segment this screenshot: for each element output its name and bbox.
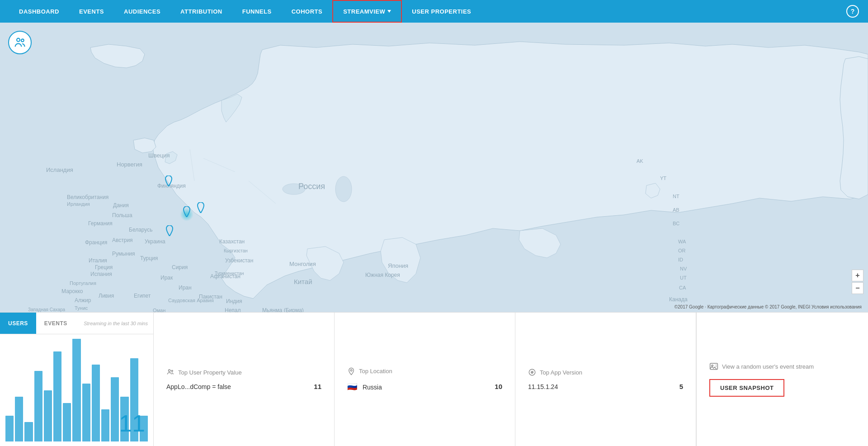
chart-bar — [63, 403, 71, 441]
svg-text:WA: WA — [678, 239, 686, 244]
users-group-icon — [14, 36, 26, 49]
top-user-property-panel: Top User Property Value AppLo...dComp = … — [154, 313, 335, 446]
tab-users[interactable]: USERS — [0, 313, 36, 334]
svg-text:OR: OR — [678, 248, 686, 253]
user-snapshot-button[interactable]: USER SNAPSHOT — [709, 379, 784, 397]
left-panel: USERS EVENTS Streaming in the last 30 mi… — [0, 313, 154, 446]
map-pin-estonia — [197, 202, 205, 216]
users-avatar-button[interactable] — [8, 31, 32, 54]
nav-attribution[interactable]: ATTRIBUTION — [170, 0, 232, 23]
svg-text:Узбекистан: Узбекистан — [225, 257, 253, 264]
chart-bar — [5, 416, 14, 441]
map-zoom-out[interactable]: − — [852, 282, 863, 294]
nav-streamview[interactable]: STREAMVIEW — [332, 0, 402, 23]
streaming-label: Streaming in the last 30 mins — [75, 321, 153, 326]
svg-text:Греция: Греция — [95, 264, 113, 270]
svg-point-63 — [17, 38, 20, 42]
svg-text:Иран: Иран — [179, 285, 192, 291]
chart-bar — [44, 390, 52, 442]
svg-text:Сирия: Сирия — [172, 264, 188, 270]
svg-text:Кыргизстан: Кыргизстан — [224, 248, 248, 253]
app-version-icon — [528, 368, 536, 376]
svg-text:Украина: Украина — [145, 238, 165, 245]
svg-point-67 — [350, 369, 352, 371]
map-controls: + − — [852, 270, 863, 294]
svg-point-1 — [335, 176, 352, 202]
svg-text:Франция: Франция — [85, 239, 107, 246]
nav-user-properties[interactable]: USER PROPERTIES — [402, 0, 481, 23]
svg-text:Южная Корея: Южная Корея — [365, 272, 400, 278]
chart-bar — [53, 351, 61, 441]
svg-text:Румыния: Румыния — [112, 251, 135, 257]
svg-text:Исландия: Исландия — [46, 166, 73, 173]
nav-dashboard[interactable]: DASHBOARD — [9, 0, 69, 23]
dropdown-arrow-icon — [387, 10, 391, 13]
svg-text:ID: ID — [678, 257, 683, 262]
svg-text:Ирландия: Ирландия — [67, 201, 90, 207]
top-user-property-title: Top User Property Value — [166, 368, 321, 376]
svg-point-65 — [169, 370, 171, 372]
top-location-country-name: Russia — [363, 384, 382, 391]
nav-funnels[interactable]: FUNNELS — [232, 0, 282, 23]
top-location-row: 🇷🇺 Russia 10 — [347, 382, 502, 392]
map-pin-finland — [165, 176, 173, 189]
svg-text:BC: BC — [673, 221, 679, 226]
svg-text:AB: AB — [673, 207, 679, 213]
bottom-panel: USERS EVENTS Streaming in the last 30 mi… — [0, 312, 868, 446]
svg-text:Турция: Турция — [140, 255, 158, 261]
top-location-country-flag: 🇷🇺 Russia — [347, 382, 382, 392]
snapshot-icon — [709, 362, 718, 371]
svg-text:Казахстан: Казахстан — [219, 238, 245, 245]
user-snapshot-title: View a random user's event stream — [709, 362, 855, 371]
top-app-version-value: 5 — [679, 383, 683, 390]
svg-text:Великобритания: Великобритания — [67, 194, 108, 200]
map-zoom-in[interactable]: + — [852, 270, 863, 281]
svg-text:Индия: Индия — [226, 298, 242, 304]
chart-bar — [111, 377, 119, 441]
svg-text:NT: NT — [673, 194, 679, 199]
tabs-bar: USERS EVENTS Streaming in the last 30 mi… — [0, 313, 153, 334]
svg-point-64 — [21, 39, 24, 42]
help-button[interactable]: ? — [846, 5, 859, 18]
chart-bar — [92, 365, 100, 441]
top-location-value: 10 — [495, 383, 502, 390]
top-app-version-title: Top App Version — [528, 368, 683, 376]
top-user-property-key: AppLo...dComp = false — [166, 383, 231, 390]
svg-text:Саудовская Аравия: Саудовская Аравия — [168, 298, 214, 303]
svg-text:Канада: Канада — [669, 296, 688, 303]
svg-text:Япония: Япония — [388, 262, 408, 269]
nav-audiences[interactable]: AUDIENCES — [114, 0, 170, 23]
chart-bar — [72, 339, 80, 441]
svg-text:Дания: Дания — [113, 202, 129, 209]
chart-area: 11 — [0, 334, 153, 446]
svg-text:Египет: Египет — [134, 293, 151, 299]
top-location-title: Top Location — [347, 367, 502, 375]
svg-text:Непал: Непал — [225, 307, 241, 312]
top-app-version-number: 11.15.1.24 — [528, 383, 558, 390]
chart-bar — [15, 397, 23, 441]
svg-text:Португалия: Португалия — [70, 280, 96, 286]
location-icon — [347, 367, 355, 375]
svg-rect-70 — [710, 363, 718, 369]
user-snapshot-panel: View a random user's event stream USER S… — [696, 313, 868, 446]
chart-bar — [24, 422, 33, 441]
nav-events[interactable]: EVENTS — [69, 0, 114, 23]
svg-text:Мьянма (Бирма): Мьянма (Бирма) — [262, 307, 304, 312]
svg-text:Германия: Германия — [88, 220, 113, 227]
svg-text:Норвегия: Норвегия — [117, 161, 142, 168]
svg-text:Италия: Италия — [89, 257, 107, 264]
svg-text:YT: YT — [660, 176, 666, 181]
top-app-version-row: 11.15.1.24 5 — [528, 383, 683, 390]
svg-text:Марокко: Марокко — [61, 288, 83, 294]
tab-events[interactable]: EVENTS — [36, 313, 75, 334]
svg-text:Беларусь: Беларусь — [129, 227, 152, 233]
svg-text:Ливия: Ливия — [99, 293, 114, 299]
map-pin-belarus — [183, 206, 191, 220]
top-user-property-row: AppLo...dComp = false 11 — [166, 383, 321, 390]
nav-cohorts[interactable]: COHORTS — [282, 0, 333, 23]
chart-bar — [82, 384, 90, 441]
map-pin-ukraine — [165, 225, 174, 239]
svg-text:Туркменистан: Туркменистан — [215, 271, 244, 276]
svg-text:CA: CA — [679, 285, 686, 290]
chart-bar — [101, 409, 109, 441]
